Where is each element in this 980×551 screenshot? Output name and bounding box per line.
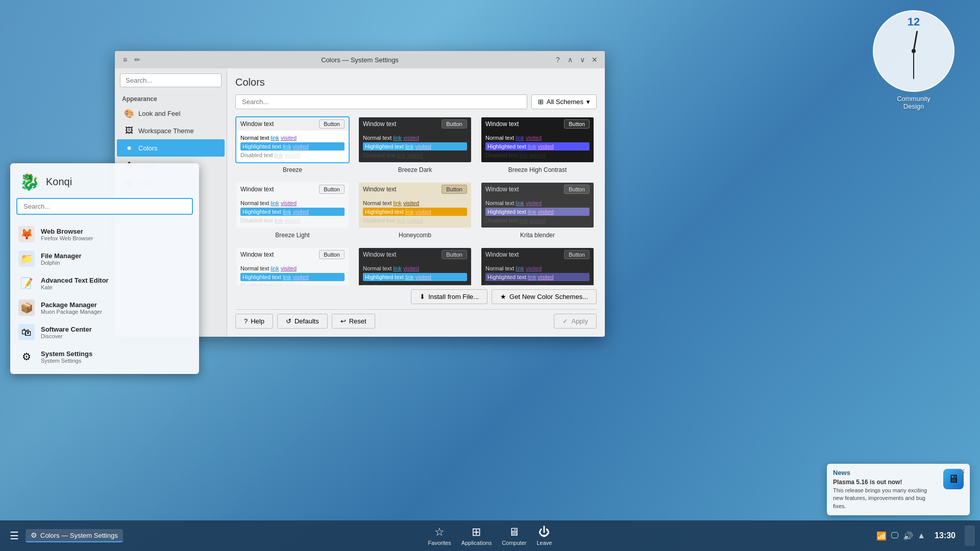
preview-hl-visited-9: visited (537, 274, 553, 280)
notification-close-button[interactable]: ✕ (960, 467, 966, 475)
preview-button-8: Button (442, 250, 467, 259)
preview-dis-link-breeze: link (275, 152, 283, 158)
sidebar-item-workspace-theme[interactable]: 🖼 Workspace Theme (117, 122, 225, 139)
app-item-file-manager[interactable]: 📁 File Manager Dolphin (10, 246, 199, 271)
preview-hl-link-8: link (405, 274, 414, 280)
window-maximize-button[interactable]: ∨ (577, 55, 587, 65)
scheme-card-8[interactable]: Window text Button Normal text link visi… (358, 247, 472, 285)
preview-link-krita: link (516, 200, 524, 206)
tray-network-icon[interactable]: 📶 (876, 531, 887, 541)
scheme-card-krita[interactable]: Window text Button Normal text link visi… (480, 182, 595, 239)
window-help-button[interactable]: ? (553, 55, 563, 65)
scheme-preview-krita: Window text Button Normal text link visi… (480, 182, 595, 229)
dock-item-favorites[interactable]: ☆ Favorites (428, 525, 451, 546)
konqi-header: 🐉 Konqi (10, 163, 199, 198)
clock-hand-minute (913, 51, 914, 79)
preview-normal-7: Normal text link visited (240, 264, 345, 272)
window-edit-button[interactable]: ✏ (132, 55, 142, 65)
taskbar-menu-icon[interactable]: ☰ (5, 527, 23, 545)
look-and-feel-icon: 🎨 (124, 108, 134, 118)
scheme-grid: Window text Button Normal text link visi… (235, 116, 597, 285)
sidebar-item-colors[interactable]: ● Colors (117, 139, 225, 157)
dock-item-applications[interactable]: ⊞ Applications (461, 525, 492, 546)
colors-icon: ● (124, 143, 134, 153)
preview-dis-link-breeze-dark: link (397, 152, 406, 158)
window-close-button[interactable]: ✕ (590, 55, 600, 65)
taskbar-active-app[interactable]: ⚙ Colors — System Settings (26, 529, 123, 542)
text-editor-desc: Kate (41, 284, 109, 290)
apply-label: Apply (571, 317, 588, 325)
preview-dis-visited-9: visited (529, 283, 545, 285)
preview-highlighted-breeze-dark: Highlighted text link visited (363, 142, 467, 151)
sidebar-item-workspace-theme-label: Workspace Theme (138, 127, 194, 135)
scheme-card-breeze[interactable]: Window text Button Normal text link visi… (235, 116, 350, 173)
web-browser-icon: 🦊 (18, 226, 35, 242)
favorites-icon: ☆ (434, 525, 445, 539)
preview-visited-8: visited (403, 265, 419, 271)
konqi-name: Konqi (46, 176, 72, 188)
schemes-label: All Schemes (547, 98, 583, 106)
scheme-card-breeze-light[interactable]: Window text Button Normal text link visi… (235, 182, 350, 239)
scheme-preview-honeycomb: Window text Button Normal text link visi… (358, 182, 472, 229)
taskbar-corner[interactable] (965, 525, 975, 546)
help-button[interactable]: ? Help (235, 314, 273, 329)
apply-button[interactable]: ✓ Apply (554, 314, 597, 329)
scheme-card-breeze-dark[interactable]: Window text Button Normal text link visi… (358, 116, 472, 173)
window-menu-button[interactable]: ≡ (120, 55, 130, 65)
taskbar-clock[interactable]: 13:30 (929, 531, 961, 540)
text-editor-info: Advanced Text Editor Kate (41, 277, 109, 290)
tray-volume-icon[interactable]: 🔊 (903, 531, 913, 541)
reset-button[interactable]: ↩ Reset (332, 314, 375, 329)
software-center-icon: 🛍 (18, 324, 35, 340)
clock-center (912, 49, 916, 53)
preview-disabled-honeycomb: Disabled text link visited (363, 216, 467, 224)
sidebar-section-appearance: Appearance (115, 92, 227, 105)
app-item-web-browser[interactable]: 🦊 Web Browser Firefox Web Browser (10, 222, 199, 246)
preview-normal-breeze-dark: Normal text link visited (363, 134, 467, 142)
notification-title: News (833, 469, 938, 477)
app-item-text-editor[interactable]: 📝 Advanced Text Editor Kate (10, 271, 199, 295)
preview-button-7: Button (319, 250, 345, 259)
scheme-preview-breeze: Window text Button Normal text link visi… (235, 116, 350, 163)
preview-window-text-krita: Window text (485, 186, 519, 193)
main-search-row: ⊞ All Schemes ▾ (235, 94, 597, 109)
sidebar-search-input[interactable] (120, 73, 222, 87)
defaults-button[interactable]: ↺ Defaults (277, 314, 328, 329)
app-item-package-manager[interactable]: 📦 Package Manager Muon Package Manager (10, 295, 199, 320)
dock-favorites-label: Favorites (428, 540, 451, 546)
preview-button-honeycomb: Button (442, 185, 467, 194)
preview-normal-breeze: Normal text link visited (240, 134, 345, 142)
preview-window-text-8: Window text (363, 251, 396, 258)
preview-visited-breeze-light: visited (281, 200, 297, 206)
scheme-card-9[interactable]: Window text Button Normal text link visi… (480, 247, 595, 285)
package-manager-icon: 📦 (18, 299, 35, 316)
software-center-name: Software Center (41, 325, 92, 333)
dock-computer-label: Computer (502, 540, 526, 546)
preview-normal-breeze-hc: Normal text link visited (485, 134, 590, 142)
get-new-schemes-button[interactable]: ★ Get New Color Schemes... (492, 289, 597, 304)
konqi-search-input[interactable] (16, 198, 193, 215)
preview-hl-link-breeze-dark: link (405, 143, 414, 149)
reset-label: Reset (349, 317, 366, 325)
app-item-system-settings[interactable]: ⚙ System Settings System Settings (10, 344, 199, 369)
preview-disabled-8: Disabled text link visited (363, 282, 467, 285)
tray-arrow-icon[interactable]: ▲ (917, 531, 925, 540)
dock-item-leave[interactable]: ⏻ Leave (536, 525, 552, 546)
dock-item-computer[interactable]: 🖥 Computer (502, 525, 526, 546)
main-search-input[interactable] (235, 94, 527, 109)
preview-dis-visited-honeycomb: visited (407, 217, 423, 223)
system-settings-icon: ⚙ (18, 348, 35, 365)
clock-face: 12 (873, 10, 954, 92)
scheme-card-breeze-hc[interactable]: Window text Button Normal text link visi… (480, 116, 595, 173)
tray-display-icon[interactable]: 🖵 (891, 531, 899, 540)
app-item-software-center[interactable]: 🛍 Software Center Discover (10, 320, 199, 344)
scheme-card-honeycomb[interactable]: Window text Button Normal text link visi… (358, 182, 472, 239)
sidebar-item-look-and-feel[interactable]: 🎨 Look and Feel (117, 105, 225, 122)
preview-link-breeze-dark: link (393, 135, 402, 141)
schemes-dropdown[interactable]: ⊞ All Schemes ▾ (531, 94, 597, 109)
scheme-card-7[interactable]: Window text Button Normal text link visi… (235, 247, 350, 285)
window-minimize-button[interactable]: ∧ (565, 55, 575, 65)
preview-highlighted-8: Highlighted text link visited (363, 273, 467, 281)
active-app-label: Colors — System Settings (40, 532, 118, 539)
install-from-file-button[interactable]: ⬇ Install from File... (411, 289, 487, 304)
